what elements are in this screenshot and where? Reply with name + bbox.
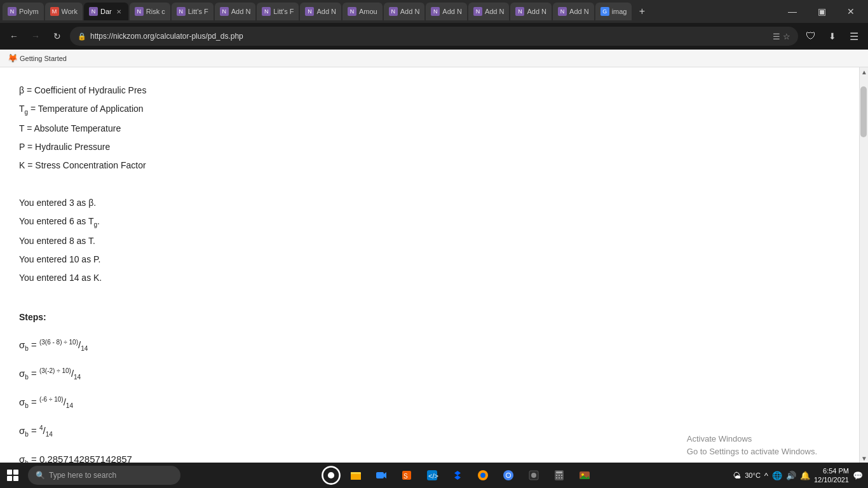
formula-step-2: σb = (3(-2) ÷ 10)/14 xyxy=(19,365,840,383)
restore-button[interactable]: ▣ xyxy=(807,0,836,23)
entered-t-text: You entered 8 as T. xyxy=(19,236,95,246)
zoom-button[interactable] xyxy=(370,464,393,487)
task-view-button[interactable] xyxy=(320,464,342,486)
entered-t: You entered 8 as T. xyxy=(19,233,840,249)
extensions-icon[interactable]: 🛡 xyxy=(802,27,820,45)
tab-addn1[interactable]: N Add N xyxy=(215,3,256,20)
back-button[interactable]: ← xyxy=(5,27,23,45)
svg-rect-3 xyxy=(351,474,361,480)
bookmarkbar: 🦊 Getting Started xyxy=(0,50,868,67)
address-actions: ☰ ☆ xyxy=(773,32,790,41)
app4-button[interactable]: S xyxy=(395,464,418,487)
photos-button[interactable] xyxy=(573,464,596,487)
hidden-icons-button[interactable]: ^ xyxy=(764,471,768,480)
tab-icon-addn5: N xyxy=(473,7,482,16)
tab-close-dark[interactable]: ✕ xyxy=(114,7,123,16)
chrome-button[interactable] xyxy=(497,464,520,487)
tab-addn2[interactable]: N Add N xyxy=(300,3,341,20)
tab-label-addn4: Add N xyxy=(442,8,462,15)
taskbar-search-box[interactable]: 🔍 Type here to search xyxy=(28,466,180,485)
tab-label-image: imag xyxy=(612,8,627,15)
close-button[interactable]: ✕ xyxy=(836,0,865,23)
tab-addn3[interactable]: N Add N xyxy=(384,3,425,20)
entered-beta-text: You entered 3 as β. xyxy=(19,198,96,208)
tab-icon-dark: N xyxy=(89,7,98,16)
entered-p-text: You entered 10 as P. xyxy=(19,254,100,264)
svg-rect-23 xyxy=(561,475,562,476)
vscode-button[interactable]: </> xyxy=(421,464,444,487)
dropbox-button[interactable] xyxy=(446,464,469,487)
address-box[interactable]: 🔒 https://nickzom.org/calculator-plus/pd… xyxy=(70,27,798,46)
app-dark-button[interactable] xyxy=(522,464,545,487)
tab-label-addn5: Add N xyxy=(485,8,505,15)
action-center-icon[interactable]: 💬 xyxy=(853,471,863,480)
menu-button[interactable]: ☰ xyxy=(845,27,863,45)
tab-amou[interactable]: N Amou xyxy=(342,3,383,20)
tab-label-risk: Risk c xyxy=(146,8,165,15)
tab-icon-addn2: N xyxy=(305,7,314,16)
file-explorer-button[interactable] xyxy=(344,464,367,487)
tab-risk[interactable]: N Risk c xyxy=(130,3,170,20)
window-controls: ― ▣ ✕ xyxy=(778,0,865,23)
main-content: β = Coefficient of Hydraulic Pres Tg = T… xyxy=(0,67,859,463)
tab-addn4[interactable]: N Add N xyxy=(426,3,467,20)
tab-polym[interactable]: N Polym xyxy=(3,3,44,20)
steps-header: Steps: xyxy=(19,309,840,325)
tab-litts1[interactable]: N Litt's F xyxy=(172,3,214,20)
bookmark-getting-started[interactable]: 🦊 Getting Started xyxy=(5,52,69,64)
clock[interactable]: 6:54 PM 12/10/2021 xyxy=(814,466,849,485)
tab-addn7[interactable]: N Add N xyxy=(553,3,594,20)
tab-label-litts2: Litt's F xyxy=(273,8,294,15)
forward-button[interactable]: → xyxy=(27,27,44,45)
bookmark-label-getting-started: Getting Started xyxy=(20,55,67,62)
dropbox-icon xyxy=(451,469,464,482)
entered-tg: You entered 6 as Tg. xyxy=(19,214,840,231)
tab-dark[interactable]: N Dar ✕ xyxy=(84,3,128,20)
svg-point-1 xyxy=(328,472,334,478)
weather-icon[interactable]: 🌤 xyxy=(733,471,741,480)
activate-line1: Activate Windows xyxy=(687,433,817,445)
tab-addn5[interactable]: N Add N xyxy=(468,3,510,20)
content-wrapper: β = Coefficient of Hydraulic Pres Tg = T… xyxy=(0,67,868,463)
reader-view-icon[interactable]: ☰ xyxy=(773,32,780,41)
beta-coeff-text: β = Coefficient of Hydraulic Pres xyxy=(19,85,146,95)
svg-point-16 xyxy=(506,473,510,477)
tab-work[interactable]: M Work xyxy=(45,3,83,20)
tab-litts2[interactable]: N Litt's F xyxy=(257,3,299,20)
calculator-icon xyxy=(553,469,566,482)
tab-addn6[interactable]: N Add N xyxy=(510,3,552,20)
tab-icon-addn1: N xyxy=(220,7,229,16)
file-explorer-icon xyxy=(349,469,362,482)
refresh-button[interactable]: ↻ xyxy=(48,27,66,45)
scrollbar-thumb[interactable] xyxy=(860,86,867,137)
scroll-up-arrow[interactable]: ▲ xyxy=(860,67,868,76)
tab-label-litts1: Litt's F xyxy=(188,8,208,15)
tab-label-amou: Amou xyxy=(359,8,377,15)
calculator-button[interactable] xyxy=(548,464,571,487)
tab-label-addn7: Add N xyxy=(569,8,589,15)
notification-icon[interactable]: 🔔 xyxy=(800,471,810,480)
firefox-button[interactable] xyxy=(471,464,494,487)
p-text: P = Hydraulic Pressure xyxy=(19,142,110,152)
network-icon[interactable]: 🌐 xyxy=(772,471,782,480)
app-dark-icon xyxy=(527,469,540,482)
entered-tg-text: You entered 6 as Tg. xyxy=(19,216,100,226)
tab-icon-addn3: N xyxy=(389,7,398,16)
bookmark-icon[interactable]: ☆ xyxy=(783,32,790,41)
volume-icon[interactable]: 🔊 xyxy=(786,471,796,480)
tab-icon-image: G xyxy=(600,7,609,16)
scroll-down-arrow[interactable]: ▼ xyxy=(860,454,868,463)
tab-image[interactable]: G imag xyxy=(595,3,632,20)
activate-watermark: Activate Windows Go to Settings to activ… xyxy=(687,433,817,458)
tab-label-work: Work xyxy=(62,8,78,15)
start-button[interactable] xyxy=(0,463,25,488)
entered-k: You entered 14 as K. xyxy=(19,270,840,286)
svg-marker-11 xyxy=(454,471,461,480)
download-icon[interactable]: ⬇ xyxy=(824,27,841,45)
tab-label-addn1: Add N xyxy=(231,8,251,15)
tab-icon-amou: N xyxy=(348,7,356,16)
new-tab-button[interactable]: + xyxy=(633,3,651,20)
minimize-button[interactable]: ― xyxy=(778,0,807,23)
svg-rect-5 xyxy=(376,472,384,478)
scrollbar[interactable]: ▲ ▼ xyxy=(859,67,868,463)
